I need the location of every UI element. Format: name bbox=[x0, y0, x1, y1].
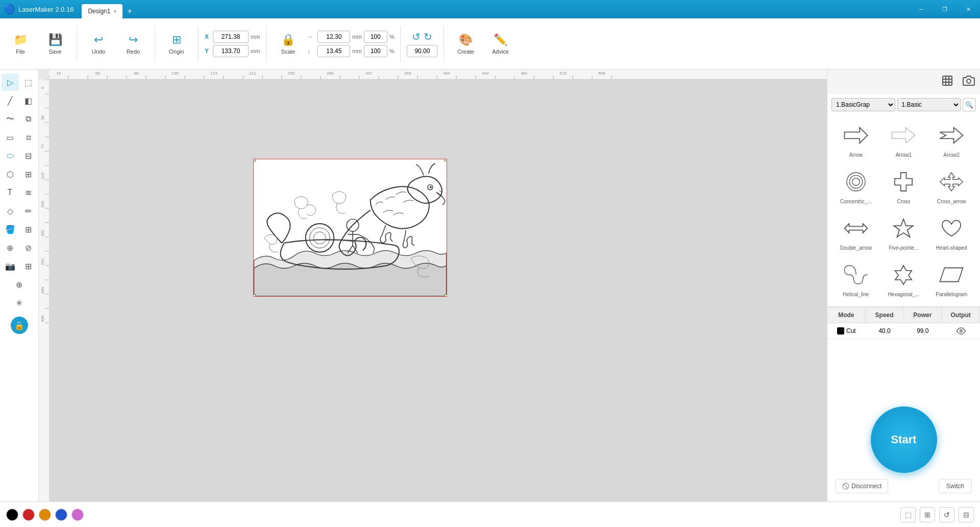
special-tool[interactable]: ✳ bbox=[11, 294, 28, 312]
height-input[interactable] bbox=[317, 45, 350, 57]
create-button[interactable]: 🎨 Create bbox=[450, 30, 481, 58]
start-button[interactable]: Start bbox=[871, 406, 937, 473]
color-orange[interactable] bbox=[39, 509, 51, 521]
properties-icon-button[interactable] bbox=[938, 71, 957, 90]
svg-point-2 bbox=[430, 186, 432, 188]
redo-button[interactable]: ↪ Redo bbox=[118, 30, 149, 58]
color-purple[interactable] bbox=[71, 509, 84, 521]
divider-5 bbox=[400, 26, 401, 62]
text-on-path-tool[interactable]: ≋ bbox=[20, 184, 37, 201]
copy-tool[interactable]: ⧉ bbox=[20, 110, 37, 128]
shape-search-button[interactable]: 🔍 bbox=[963, 98, 976, 111]
shape-icon-concentric bbox=[841, 167, 871, 197]
shape-icon-cross_arrow bbox=[937, 167, 966, 197]
drill-tool[interactable]: ⊕ bbox=[11, 276, 28, 293]
bottom-bar: ⬚ ⊞ ↺ ⊟ bbox=[0, 501, 980, 527]
switch-button[interactable]: Switch bbox=[939, 479, 972, 493]
svg-point-18 bbox=[852, 178, 860, 185]
maximize-button[interactable]: ❐ bbox=[933, 0, 957, 18]
save-icon: 💾 bbox=[48, 33, 62, 46]
shape-item-arrow1[interactable]: Arrow1 bbox=[881, 117, 926, 161]
fill-tool[interactable]: 🪣 bbox=[2, 221, 19, 238]
shape-item-arrow2[interactable]: Arrow2 bbox=[929, 117, 974, 161]
diamond-tool[interactable]: ◇ bbox=[2, 202, 19, 220]
shape-item-arrow[interactable]: Arrow bbox=[834, 117, 878, 161]
shape-item-double_arrow[interactable]: Double_arrow bbox=[834, 210, 878, 254]
disconnect-button[interactable]: Disconnect bbox=[836, 479, 888, 493]
weld-tool[interactable]: ⊕ bbox=[2, 239, 19, 256]
shape-label-helical_line: Helical_line bbox=[843, 292, 869, 297]
select-mode-button[interactable]: ⬚ bbox=[900, 507, 916, 522]
canvas-content[interactable] bbox=[49, 80, 827, 501]
shape-item-cross[interactable]: Cross bbox=[881, 164, 926, 207]
shape-item-cross_arrow[interactable]: Cross_arrow bbox=[929, 164, 974, 207]
color-red[interactable] bbox=[22, 509, 35, 521]
shape-icon-helical_line bbox=[841, 260, 871, 290]
refresh-button[interactable]: ↺ bbox=[939, 507, 954, 522]
tab-close-button[interactable]: × bbox=[113, 9, 116, 14]
multi-shape-tool[interactable]: ◧ bbox=[20, 92, 37, 109]
camera-capture-button[interactable] bbox=[960, 71, 978, 90]
width-icon: ↔ bbox=[307, 34, 315, 40]
shape-subcategory-select[interactable]: 1.Basic bbox=[897, 98, 961, 111]
shape-label-double_arrow: Double_arrow bbox=[840, 245, 872, 251]
close-window-button[interactable]: ✕ bbox=[957, 0, 980, 18]
pattern-tool[interactable]: ⊞ bbox=[20, 221, 37, 238]
rect-tool[interactable]: ▭ bbox=[2, 129, 19, 146]
curve-tool[interactable]: 〜 bbox=[2, 110, 19, 128]
design-tab[interactable]: Design1 × bbox=[82, 4, 122, 18]
width-input[interactable] bbox=[317, 31, 350, 43]
handle-top-left[interactable] bbox=[253, 159, 256, 161]
shape-item-hexagonal[interactable]: Hexagonal_... bbox=[881, 257, 926, 300]
file-button[interactable]: 📁 File bbox=[5, 30, 36, 58]
polygon-tool[interactable]: ⬡ bbox=[2, 165, 19, 183]
color-black[interactable] bbox=[6, 509, 18, 521]
handle-bottom-right[interactable] bbox=[445, 294, 447, 297]
rotation-input[interactable] bbox=[407, 45, 437, 57]
select-tool[interactable]: ▷ bbox=[2, 74, 19, 91]
group-tool[interactable]: ⧈ bbox=[20, 129, 37, 146]
handle-top-right[interactable] bbox=[445, 159, 447, 161]
y-input[interactable] bbox=[213, 45, 249, 57]
shape-label-arrow: Arrow bbox=[849, 152, 863, 158]
edit2-tool[interactable]: ✏ bbox=[20, 202, 37, 220]
lock-button[interactable]: 🔒 bbox=[11, 317, 28, 334]
shape-item-concentric[interactable]: Concentric_... bbox=[834, 164, 878, 207]
camera-tool[interactable]: 📷 bbox=[2, 257, 19, 275]
mode-cell-output[interactable] bbox=[942, 323, 980, 339]
node-edit-button[interactable]: ⊞ bbox=[920, 507, 935, 522]
shape-item-parallelogram[interactable]: Parallelogram bbox=[929, 257, 974, 300]
shape-item-five_pointe[interactable]: Five-pointe... bbox=[881, 210, 926, 254]
align-tool[interactable]: ⊟ bbox=[20, 147, 37, 164]
design-frame[interactable] bbox=[253, 159, 447, 297]
add-tab-button[interactable]: + bbox=[122, 4, 137, 18]
undo-button[interactable]: ↩ Undo bbox=[83, 30, 114, 58]
table-tool[interactable]: ⊞ bbox=[20, 257, 37, 275]
rotate-ccw-icon[interactable]: ↺ bbox=[412, 31, 421, 43]
grid-button[interactable]: ⊟ bbox=[959, 507, 974, 522]
x-input[interactable] bbox=[213, 31, 249, 43]
handle-bottom-left[interactable] bbox=[253, 294, 256, 297]
color-blue[interactable] bbox=[55, 509, 67, 521]
shape-item-heart_shaped[interactable]: Heart-shaped bbox=[929, 210, 974, 254]
shape-item-helical_line[interactable]: Helical_line bbox=[834, 257, 878, 300]
width-pct-input[interactable] bbox=[364, 31, 387, 43]
grid-snap-tool[interactable]: ⊞ bbox=[20, 165, 37, 183]
advice-button[interactable]: ✏️ Advice bbox=[485, 30, 516, 58]
disconnect-label: Disconnect bbox=[851, 483, 881, 490]
scale-button[interactable]: 🔒 Scale bbox=[273, 30, 303, 58]
text-tool[interactable]: T bbox=[2, 184, 19, 201]
rotate-cw-icon[interactable]: ↻ bbox=[424, 31, 432, 43]
canvas-area[interactable] bbox=[39, 69, 827, 501]
node-select-tool[interactable]: ⬚ bbox=[20, 74, 37, 91]
origin-icon: ⊞ bbox=[172, 33, 181, 46]
ellipse-tool[interactable]: ⬭ bbox=[2, 147, 19, 164]
weld2-tool[interactable]: ⊘ bbox=[20, 239, 37, 256]
shape-category-select[interactable]: 1.BasicGrap bbox=[831, 98, 895, 111]
save-button[interactable]: 💾 Save bbox=[40, 30, 70, 58]
origin-button[interactable]: ⊞ Origin bbox=[161, 30, 192, 58]
rotation-group: ↺ ↻ bbox=[407, 31, 437, 57]
line-tool[interactable]: ╱ bbox=[2, 92, 19, 109]
height-pct-input[interactable] bbox=[364, 45, 387, 57]
minimize-button[interactable]: ─ bbox=[910, 0, 933, 18]
